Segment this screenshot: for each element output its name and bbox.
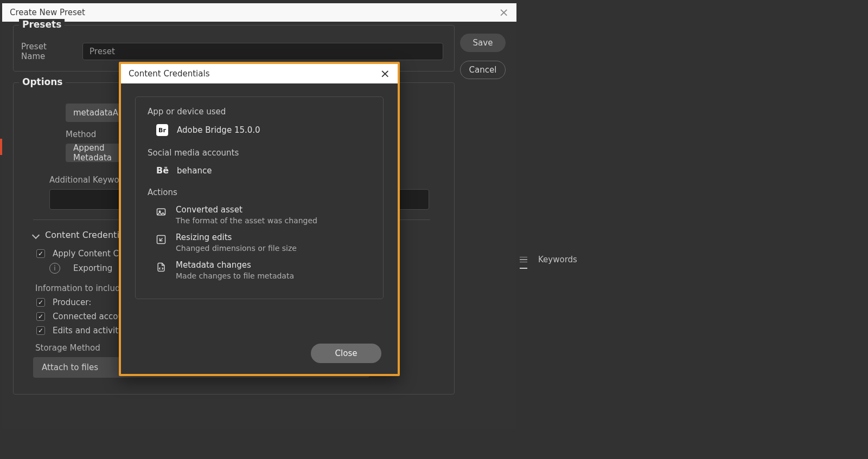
action-desc: Changed dimensions or file size bbox=[176, 244, 297, 253]
connected-accounts-checkbox[interactable] bbox=[36, 312, 45, 321]
bridge-app-icon: Br bbox=[156, 124, 168, 136]
action-metadata: Metadata changes Made changes to file me… bbox=[155, 260, 371, 280]
producer-label: Producer: bbox=[53, 298, 91, 307]
resize-icon bbox=[155, 234, 167, 245]
app-used-heading: App or device used bbox=[148, 107, 371, 117]
create-preset-close-icon[interactable]: × bbox=[499, 7, 509, 18]
file-code-icon bbox=[155, 261, 167, 273]
create-preset-titlebar: Create New Preset × bbox=[2, 3, 516, 22]
left-accent-marker bbox=[0, 139, 2, 155]
cc-close-button[interactable]: Close bbox=[311, 344, 381, 363]
right-panel-area: Keywords bbox=[516, 0, 868, 459]
create-preset-title: Create New Preset bbox=[10, 8, 85, 17]
actions-heading: Actions bbox=[148, 188, 371, 197]
exporting-label: Exporting bbox=[73, 263, 112, 273]
action-title: Resizing edits bbox=[176, 232, 297, 242]
tab-keywords[interactable]: Keywords bbox=[538, 255, 577, 264]
behance-icon: Bē bbox=[156, 165, 168, 176]
action-desc: Made changes to file metadata bbox=[176, 271, 294, 280]
edits-activity-checkbox[interactable] bbox=[36, 326, 45, 335]
cc-titlebar: Content Credentials × bbox=[121, 64, 398, 83]
social-heading: Social media accounts bbox=[148, 148, 371, 158]
info-icon: i bbox=[49, 263, 60, 274]
action-desc: The format of the asset was changed bbox=[176, 216, 317, 225]
options-legend: Options bbox=[19, 76, 66, 87]
apply-cc-checkbox[interactable] bbox=[36, 249, 45, 258]
content-credentials-dialog: Content Credentials × App or device used… bbox=[119, 62, 400, 376]
producer-checkbox[interactable] bbox=[36, 298, 45, 307]
cc-info-panel: App or device used Br Adobe Bridge 15.0.… bbox=[135, 96, 384, 299]
chevron-down-icon bbox=[32, 231, 40, 238]
app-used-value: Adobe Bridge 15.0.0 bbox=[177, 125, 260, 135]
preset-name-input[interactable]: Preset bbox=[82, 43, 443, 60]
edits-activity-label: Edits and activity bbox=[53, 326, 123, 335]
cc-title: Content Credentials bbox=[129, 69, 209, 79]
action-resizing: Resizing edits Changed dimensions or fil… bbox=[155, 232, 371, 253]
tab-underline bbox=[520, 268, 527, 269]
action-title: Converted asset bbox=[176, 205, 317, 215]
cc-close-icon[interactable]: × bbox=[380, 68, 390, 80]
action-converted: Converted asset The format of the asset … bbox=[155, 205, 371, 225]
preset-name-label: Preset Name bbox=[21, 42, 73, 61]
image-icon bbox=[155, 206, 167, 218]
social-account-value: behance bbox=[177, 166, 212, 176]
action-title: Metadata changes bbox=[176, 260, 294, 270]
presets-legend: Presets bbox=[19, 19, 65, 30]
panel-menu-icon[interactable] bbox=[520, 257, 527, 263]
